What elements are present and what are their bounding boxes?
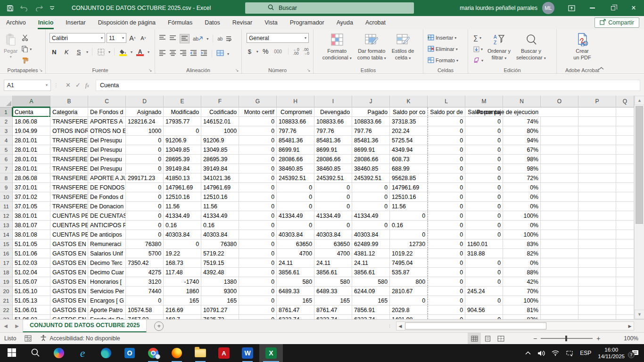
collapse-ribbon-icon[interactable]: [599, 65, 604, 72]
cell-P22[interactable]: [578, 305, 616, 315]
cell-B21[interactable]: GASTOS EN F: [50, 296, 88, 305]
cell-N3[interactable]: 80%: [503, 126, 541, 136]
cell-O12[interactable]: [541, 211, 578, 221]
cell-H8[interactable]: 245392.51: [277, 173, 314, 183]
column-header-D[interactable]: D: [126, 96, 164, 107]
scroll-left-icon[interactable]: ◀: [396, 324, 404, 329]
taskbar-app-outlook[interactable]: O: [118, 344, 141, 362]
cell-N2[interactable]: 74%: [503, 117, 541, 126]
cell-B18[interactable]: GASTOS EN F: [50, 268, 88, 277]
cell-C14[interactable]: De anticipos: [88, 230, 126, 239]
cell-H6[interactable]: 28086.66: [277, 155, 314, 164]
cell-A10[interactable]: 37.01.02: [13, 192, 50, 202]
underline-button[interactable]: S: [74, 47, 83, 57]
cell-J10[interactable]: 0: [352, 192, 390, 202]
cell-L14[interactable]: 0: [428, 230, 465, 239]
cell-D2[interactable]: 128216.24: [126, 117, 164, 126]
copy-icon[interactable]: ▾: [20, 44, 33, 54]
ribbon-display-options-icon[interactable]: [561, 0, 582, 16]
cell-N21[interactable]: 100%: [503, 296, 541, 305]
cell-K10[interactable]: 12510.16: [390, 192, 428, 202]
cell-K17[interactable]: 7495.04: [390, 258, 428, 268]
cell-K14[interactable]: 0: [390, 230, 428, 239]
vertical-scrollbar[interactable]: ▲ ▼: [634, 96, 644, 319]
cell-J23[interactable]: 6223.74: [352, 315, 390, 319]
cell-P18[interactable]: [578, 268, 616, 277]
cell-G16[interactable]: 0: [239, 249, 277, 258]
cell-N12[interactable]: 100%: [503, 211, 541, 221]
cell-Q4[interactable]: [616, 136, 634, 145]
cell-K8[interactable]: 95628.85: [390, 173, 428, 183]
row-header-18[interactable]: 18: [0, 268, 13, 277]
font-color-icon[interactable]: A: [135, 47, 145, 57]
cell-Q1[interactable]: [616, 107, 634, 117]
cell-D15[interactable]: 76380: [126, 239, 164, 249]
cell-Q9[interactable]: [616, 183, 634, 192]
cell-O4[interactable]: [541, 136, 578, 145]
cell-H3[interactable]: 797.76: [277, 126, 314, 136]
align-center-icon[interactable]: [169, 50, 176, 58]
ribbon-tab-insertar[interactable]: Insertar: [59, 16, 91, 29]
cell-H10[interactable]: 0: [277, 192, 314, 202]
cell-C13[interactable]: ANTICIPOS P: [88, 221, 126, 230]
cell-D6[interactable]: 0: [126, 155, 164, 164]
cell-K6[interactable]: 608.73: [390, 155, 428, 164]
cell-D19[interactable]: 3120: [126, 277, 164, 287]
cell-Q21[interactable]: [616, 296, 634, 305]
action-center-icon[interactable]: 7: [631, 350, 639, 357]
cell-I18[interactable]: 3856.61: [314, 268, 352, 277]
row-header-1[interactable]: 1: [0, 107, 13, 117]
cell-B2[interactable]: TRANSFEREN: [50, 117, 88, 126]
cell-C4[interactable]: Del Presupu: [88, 136, 126, 145]
cell-I12[interactable]: 41334.49: [314, 211, 352, 221]
cell-H7[interactable]: 38460.85: [277, 164, 314, 173]
column-header-O[interactable]: O: [541, 96, 578, 107]
zoom-in-icon[interactable]: +: [596, 335, 600, 342]
cell-J6[interactable]: 28086.66: [352, 155, 390, 164]
cell-G1[interactable]: Monto certif: [239, 107, 277, 117]
cell-N5[interactable]: 67%: [503, 145, 541, 155]
cell-A12[interactable]: 38.01.01: [13, 211, 50, 221]
cell-J21[interactable]: 165: [352, 296, 390, 305]
row-header-5[interactable]: 5: [0, 145, 13, 155]
row-header-20[interactable]: 20: [0, 287, 13, 296]
cell-K21[interactable]: 0: [390, 296, 428, 305]
format-painter-icon[interactable]: [20, 56, 33, 65]
zoom-slider[interactable]: [541, 338, 593, 339]
font-name-select[interactable]: Calibri▾: [50, 33, 105, 43]
cell-I19[interactable]: 580: [314, 277, 352, 287]
cell-F5[interactable]: 13049.85: [201, 145, 239, 155]
cell-I17[interactable]: 24.11: [314, 258, 352, 268]
cell-B20[interactable]: GASTOS EN F: [50, 287, 88, 296]
vertical-scroll-thumb[interactable]: [636, 106, 643, 224]
cell-G4[interactable]: 0: [239, 136, 277, 145]
row-header-11[interactable]: 11: [0, 202, 13, 211]
ribbon-tab-acrobat[interactable]: Acrobat: [359, 16, 392, 29]
horizontal-scrollbar[interactable]: ◀ ▶: [396, 321, 634, 330]
cell-Q17[interactable]: [616, 258, 634, 268]
column-header-C[interactable]: C: [88, 96, 126, 107]
cell-F18[interactable]: 4392.48: [201, 268, 239, 277]
cell-B23[interactable]: GASTOS EN F: [50, 315, 88, 319]
cell-O19[interactable]: [541, 277, 578, 287]
column-header-K[interactable]: K: [390, 96, 428, 107]
cell-Q18[interactable]: [616, 268, 634, 277]
cell-P4[interactable]: [578, 136, 616, 145]
cell-O14[interactable]: [541, 230, 578, 239]
cell-H15[interactable]: 63650: [277, 239, 314, 249]
cell-J22[interactable]: 7856.91: [352, 305, 390, 315]
cell-L16[interactable]: 0: [428, 249, 465, 258]
cell-A1[interactable]: Cuenta: [13, 107, 50, 117]
cell-K19[interactable]: 800: [390, 277, 428, 287]
scroll-up-icon[interactable]: ▲: [635, 96, 644, 105]
close-button[interactable]: ×: [623, 0, 644, 16]
cell-I9[interactable]: 0: [314, 183, 352, 192]
cell-B5[interactable]: TRANSFEREN: [50, 145, 88, 155]
cell-I23[interactable]: 6223.74: [314, 315, 352, 319]
cell-K9[interactable]: 147961.69: [390, 183, 428, 192]
cell-L11[interactable]: 0: [428, 202, 465, 211]
cell-N8[interactable]: 72%: [503, 173, 541, 183]
cell-A18[interactable]: 51.02.04: [13, 268, 50, 277]
cell-Q3[interactable]: [616, 126, 634, 136]
cell-F22[interactable]: 10791.27: [201, 305, 239, 315]
